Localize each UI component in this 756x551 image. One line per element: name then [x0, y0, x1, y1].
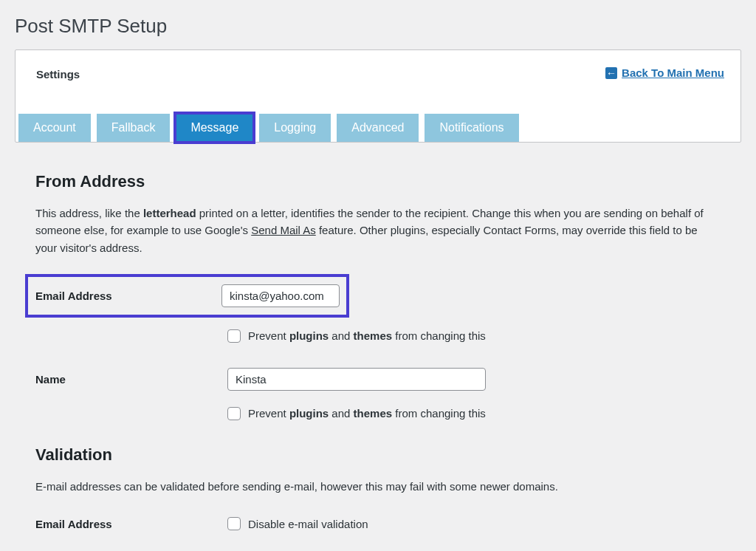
name-row: Name [35, 368, 721, 391]
tab-message[interactable]: Message [176, 114, 253, 142]
prevent-email-override-label: Prevent plugins and themes from changing… [248, 329, 486, 342]
disable-validation-checkbox[interactable] [227, 517, 241, 530]
email-address-row: Email Address [30, 278, 345, 313]
name-label: Name [35, 373, 227, 386]
email-address-input[interactable] [221, 284, 340, 307]
validation-title: Validation [35, 445, 721, 465]
tab-advanced[interactable]: Advanced [337, 114, 419, 142]
from-address-title: From Address [35, 172, 721, 191]
back-to-main-menu-link[interactable]: ← Back To Main Menu [605, 66, 724, 79]
content-area: From Address This address, like the lett… [15, 143, 741, 545]
prevent-email-override-row: Prevent plugins and themes from changing… [227, 329, 721, 343]
validation-email-row: Email Address Disable e-mail validation [35, 517, 721, 530]
prevent-email-override-checkbox[interactable] [227, 329, 241, 343]
disable-validation-label: Disable e-mail validation [248, 518, 368, 530]
panel-header: Settings ← Back To Main Menu [16, 50, 740, 111]
tab-fallback[interactable]: Fallback [97, 114, 171, 142]
back-link-label: Back To Main Menu [622, 66, 724, 79]
settings-panel: Settings ← Back To Main Menu Account Fal… [15, 49, 741, 143]
page-title: Post SMTP Setup [15, 0, 741, 49]
email-address-label: Email Address [35, 290, 221, 302]
tabs: Account Fallback Message Logging Advance… [16, 111, 740, 142]
send-mail-as-link[interactable]: Send Mail As [251, 224, 316, 236]
prevent-name-override-label: Prevent plugins and themes from changing… [248, 407, 486, 420]
validation-email-label: Email Address [35, 518, 227, 530]
prevent-name-override-checkbox[interactable] [227, 407, 241, 420]
tab-account[interactable]: Account [18, 114, 91, 142]
tab-logging[interactable]: Logging [259, 114, 331, 142]
back-arrow-icon: ← [605, 67, 617, 79]
tab-notifications[interactable]: Notifications [425, 114, 518, 142]
validation-description: E-mail addresses can be validated before… [35, 478, 721, 495]
name-input[interactable] [227, 368, 486, 391]
from-address-description: This address, like the letterhead printe… [35, 205, 721, 256]
prevent-name-override-row: Prevent plugins and themes from changing… [227, 407, 721, 420]
settings-heading: Settings [36, 68, 80, 81]
